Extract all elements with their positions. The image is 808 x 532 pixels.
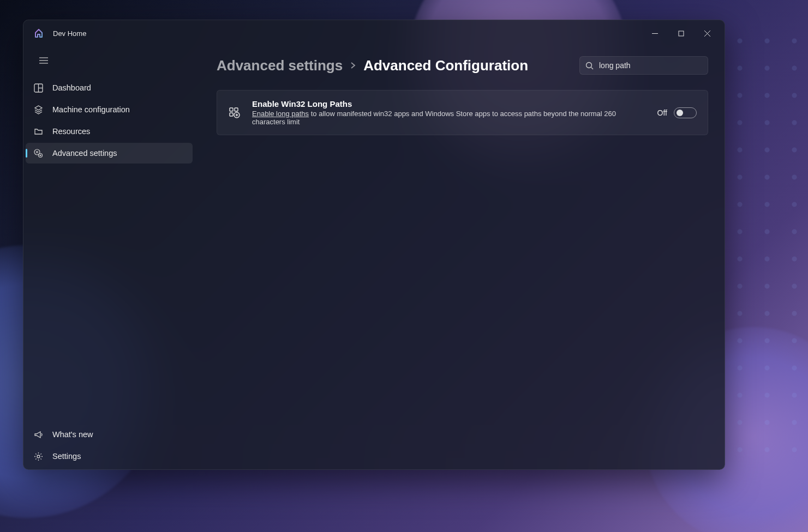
app-plus-icon xyxy=(228,106,241,119)
sidebar-item-label: Machine configuration xyxy=(52,105,130,114)
svg-point-12 xyxy=(39,154,43,158)
sidebar: Dashboard Machine configuration Resource… xyxy=(23,46,195,469)
setting-description: Enable long paths to allow manifested wi… xyxy=(252,110,647,126)
sidebar-item-label: Dashboard xyxy=(52,83,91,92)
header-row: Advanced settings Advanced Configuration xyxy=(217,56,708,75)
hamburger-menu-button[interactable] xyxy=(33,51,55,70)
svg-rect-18 xyxy=(235,108,238,111)
app-window: Dev Home Dashboard xyxy=(23,20,725,470)
svg-point-15 xyxy=(586,62,592,68)
svg-point-14 xyxy=(37,455,40,458)
sidebar-item-whats-new[interactable]: What's new xyxy=(26,424,193,445)
maximize-button[interactable] xyxy=(668,22,694,44)
toggle-knob xyxy=(677,110,683,116)
breadcrumb-current: Advanced Configuration xyxy=(363,57,528,74)
app-logo-icon xyxy=(32,27,45,40)
svg-point-11 xyxy=(37,152,38,153)
svg-rect-1 xyxy=(679,31,684,36)
main-content: Advanced settings Advanced Configuration xyxy=(195,46,725,469)
setting-description-link[interactable]: Enable long paths xyxy=(252,110,309,118)
svg-point-13 xyxy=(40,155,41,156)
svg-rect-19 xyxy=(230,113,233,116)
megaphone-icon xyxy=(33,429,44,440)
breadcrumb-parent-link[interactable]: Advanced settings xyxy=(217,57,343,74)
close-button[interactable] xyxy=(694,22,720,44)
sidebar-item-resources[interactable]: Resources xyxy=(26,121,193,142)
sidebar-item-machine-configuration[interactable]: Machine configuration xyxy=(26,99,193,120)
sidebar-item-label: Settings xyxy=(52,452,81,461)
sidebar-item-settings[interactable]: Settings xyxy=(26,446,193,467)
chevron-right-icon xyxy=(350,62,356,69)
sidebar-item-advanced-settings[interactable]: Advanced settings xyxy=(26,143,193,164)
folder-icon xyxy=(33,126,44,137)
sidebar-item-label: What's new xyxy=(52,430,93,439)
sidebar-item-label: Advanced settings xyxy=(52,149,117,158)
minimize-button[interactable] xyxy=(642,22,668,44)
long-paths-toggle[interactable] xyxy=(674,107,697,118)
toggle-label: Off xyxy=(657,108,667,117)
breadcrumb: Advanced settings Advanced Configuration xyxy=(217,57,579,74)
search-input[interactable] xyxy=(599,61,702,70)
dashboard-icon xyxy=(33,82,44,93)
app-title: Dev Home xyxy=(53,29,86,38)
setting-card-long-paths: Enable Win32 Long Paths Enable long path… xyxy=(217,90,708,135)
sidebar-item-dashboard[interactable]: Dashboard xyxy=(26,77,193,98)
titlebar: Dev Home xyxy=(23,20,725,46)
search-box[interactable] xyxy=(579,56,708,75)
gear-cog-icon xyxy=(33,148,44,159)
svg-line-16 xyxy=(591,67,594,69)
sidebar-item-label: Resources xyxy=(52,127,90,136)
setting-title: Enable Win32 Long Paths xyxy=(252,99,647,108)
window-controls xyxy=(642,22,720,44)
gear-icon xyxy=(33,451,44,462)
search-icon xyxy=(585,62,594,70)
layers-icon xyxy=(33,104,44,115)
svg-rect-17 xyxy=(230,108,233,111)
